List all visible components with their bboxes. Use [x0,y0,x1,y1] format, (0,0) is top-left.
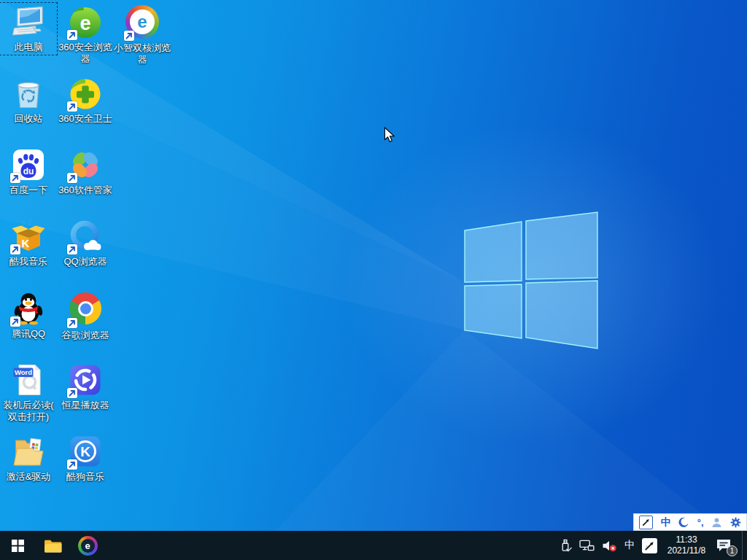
qq-browser-icon [68,219,103,254]
desktop-icon-label: 百度一下 [0,184,57,196]
tray-usb-safely-remove-icon[interactable] [560,539,572,553]
360-secure-browser-icon: e [68,4,103,39]
mouse-cursor [384,127,398,143]
folder-icon [11,434,46,469]
tray-ime-icon[interactable] [642,538,657,553]
desktop-icon-label: 酷我音乐 [0,256,57,268]
tray-network-icon[interactable] [579,540,595,551]
desktop-icon-360-secure-browser[interactable]: e 360安全浏览 器 [57,3,114,66]
svg-text:e: e [80,12,90,34]
shortcut-arrow-icon [124,31,134,41]
baidu-icon: du [11,147,46,182]
shortcut-arrow-icon [10,244,20,254]
svg-text:K: K [22,237,30,249]
desktop-icon-activation-drivers[interactable]: 激活&驱动 [0,432,57,484]
readme-document-icon: Word [11,362,46,397]
google-chrome-icon [68,292,103,327]
windows-logo-icon [12,540,24,552]
ime-logo-icon[interactable] [639,516,653,529]
clock-date: 2021/11/8 [665,545,708,556]
svg-text:Word: Word [15,368,32,376]
windows-logo-wallpaper [462,210,600,354]
shortcut-arrow-icon [67,244,77,254]
desktop-icon-label: 装机后必读( 双击打开) [0,400,57,423]
start-button[interactable] [0,531,35,560]
desktop-icon-label: 酷狗音乐 [57,471,114,483]
file-explorer-icon [44,538,62,553]
desktop-icon-star-player[interactable]: 恒星播放器 [57,361,114,413]
desktop-icon-label: QQ浏览器 [57,256,114,268]
desktop: 此电脑 e 360安全浏览 器 e 小智双核浏览 器 [0,0,747,560]
desktop-icon-kuwo-music[interactable]: ♪ ♪ K 酷我音乐 [0,217,57,269]
desktop-icon-qq-browser[interactable]: QQ浏览器 [57,217,114,269]
desktop-icon-label: 回收站 [0,113,57,125]
desktop-icon-google-chrome[interactable]: 谷歌浏览器 [57,289,114,343]
desktop-icon-recycle-bin[interactable]: 回收站 [0,74,57,126]
desktop-icon-tencent-qq[interactable]: 腾讯QQ [0,289,57,341]
desktop-icon-label: 小智双核浏览 器 [114,42,171,66]
ime-fullwidth-moon-icon[interactable] [678,517,689,528]
svg-text:♪: ♪ [28,219,32,226]
desktop-icon-360-safe-guard[interactable]: 360安全卫士 [57,74,114,126]
ime-user-icon[interactable] [711,517,722,528]
taskbar-clock[interactable]: 11:33 2021/11/8 [665,534,708,556]
taskbar: e [0,531,747,560]
recycle-bin-icon [11,76,46,111]
ime-toolbar[interactable]: 中 °, [633,513,747,531]
shortcut-arrow-icon [67,388,77,398]
desktop-icon-label: 360软件管家 [57,184,114,196]
desktop-icon-label: 此电脑 [0,42,57,53]
shortcut-arrow-icon [67,459,77,470]
svg-text:K: K [80,444,90,459]
kuwo-music-icon: ♪ ♪ K [11,219,46,254]
xiaozhi-browser-icon: e [125,5,160,40]
tray-input-language-indicator[interactable]: 中 [624,539,635,552]
desktop-icon-baidu[interactable]: du 百度一下 [0,146,57,198]
tencent-qq-icon [11,291,46,326]
star-player-icon [68,362,103,397]
360-safe-guard-icon [68,76,103,111]
clock-time: 11:33 [665,534,708,545]
desktop-icon-readme-after-install[interactable]: Word 装机后必读( 双击打开) [0,361,57,424]
taskbar-browser-button[interactable]: e [70,531,105,560]
shortcut-arrow-icon [67,173,77,183]
shortcut-arrow-icon [67,30,77,40]
shortcut-arrow-icon [10,173,20,183]
shortcut-arrow-icon [67,101,77,112]
ime-chinese-mode[interactable]: 中 [661,517,671,527]
this-pc-icon [11,4,46,39]
kugou-music-icon: K [68,434,103,469]
desktop-icon-360-software-manager[interactable]: 360软件管家 [57,146,114,198]
desktop-icon-kugou-music[interactable]: K 酷狗音乐 [57,432,114,484]
show-desktop-button[interactable] [742,531,746,560]
system-tray: 中 11:33 2021/11/8 1 [560,531,747,560]
desktop-icon-label: 恒星播放器 [57,400,114,411]
desktop-icon-label: 360安全浏览 器 [57,42,114,65]
desktop-icon-label: 谷歌浏览器 [57,330,114,341]
360-software-manager-icon [68,147,103,182]
desktop-icon-label: 360安全卫士 [57,113,114,125]
svg-text:du: du [23,166,34,176]
desktop-icon-label: 激活&驱动 [0,471,57,483]
browser-e-icon: e [78,536,98,556]
ime-punctuation-mode[interactable]: °, [697,518,704,527]
ime-settings-gear-icon[interactable] [730,517,741,528]
notification-badge: 1 [727,545,738,556]
tray-volume-muted-icon[interactable] [602,540,617,552]
desktop-icon-this-pc[interactable]: 此电脑 [0,3,57,55]
shortcut-arrow-icon [10,316,20,327]
desktop-icon-xiaozhi-dual-core-browser[interactable]: e 小智双核浏览 器 [114,3,171,67]
action-center-button[interactable]: 1 [716,536,735,555]
shortcut-arrow-icon [67,318,77,328]
desktop-icon-label: 腾讯QQ [0,328,57,340]
taskbar-file-explorer-button[interactable] [35,531,70,560]
